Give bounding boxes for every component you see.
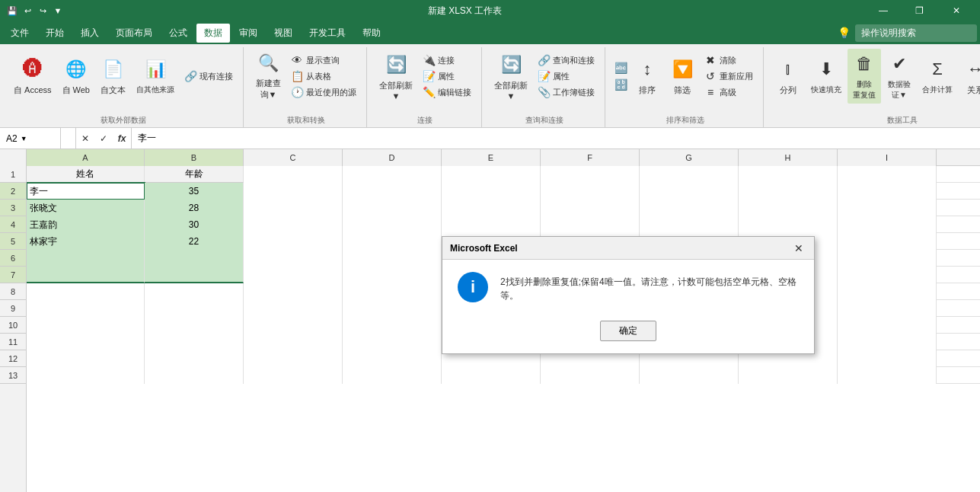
cell-i11[interactable] — [838, 334, 937, 350]
consolidate-button[interactable]: Σ 合并计算 — [918, 49, 957, 104]
row-header-6[interactable]: 6 — [0, 250, 26, 267]
save-icon[interactable]: 💾 — [6, 5, 18, 17]
cell-i8[interactable] — [838, 283, 937, 300]
sort-button[interactable]: ↕ 排序 — [630, 49, 664, 104]
confirm-formula-icon[interactable]: ✓ — [94, 128, 113, 149]
cell-d5[interactable] — [343, 233, 442, 250]
col-header-h[interactable]: H — [739, 149, 838, 166]
cell-i7[interactable] — [838, 267, 937, 283]
menu-insert[interactable]: 插入 — [73, 24, 107, 43]
cell-a11[interactable] — [27, 334, 145, 350]
cell-g1[interactable] — [640, 166, 739, 183]
edit-links-button[interactable]: ✏️ 编辑链接 — [419, 85, 475, 100]
flash-fill-button[interactable]: ⬇ 快速填充 — [806, 49, 846, 104]
cell-e4[interactable] — [442, 216, 541, 233]
minimize-button[interactable]: — — [866, 0, 901, 21]
cell-e13[interactable] — [442, 367, 541, 384]
menu-page-layout[interactable]: 页面布局 — [108, 24, 160, 43]
close-button[interactable]: ✕ — [939, 0, 974, 21]
cell-h1[interactable] — [739, 166, 838, 183]
col-header-i[interactable]: I — [838, 149, 937, 166]
cell-c10[interactable] — [244, 317, 343, 334]
cell-i3[interactable] — [838, 200, 937, 216]
cell-i10[interactable] — [838, 317, 937, 334]
filter-button[interactable]: 🔽 筛选 — [666, 49, 699, 104]
cell-c1[interactable] — [244, 166, 343, 183]
cell-b9[interactable] — [145, 300, 244, 317]
properties-button[interactable]: 📝 属性 — [419, 69, 475, 84]
menu-help[interactable]: 帮助 — [355, 24, 388, 43]
cell-d13[interactable] — [343, 367, 442, 384]
workbook-links-button[interactable]: 📎 工作簿链接 — [534, 85, 599, 100]
cell-i2[interactable] — [838, 183, 937, 200]
cell-a5[interactable]: 林家宇 — [27, 233, 145, 250]
cell-a12[interactable] — [27, 350, 145, 367]
cell-a6[interactable] — [27, 250, 145, 267]
cell-b7[interactable] — [145, 267, 244, 283]
cell-b12[interactable] — [145, 350, 244, 367]
cell-c5[interactable] — [244, 233, 343, 250]
cell-a10[interactable] — [27, 317, 145, 334]
cell-a8[interactable] — [27, 283, 145, 300]
col-header-d[interactable]: D — [343, 149, 442, 166]
cell-h4[interactable] — [739, 216, 838, 233]
cell-b11[interactable] — [145, 334, 244, 350]
search-input[interactable]: 操作说明搜索 — [855, 24, 977, 42]
text-button[interactable]: 📄 自文本 — [96, 49, 130, 104]
menu-home[interactable]: 开始 — [38, 24, 72, 43]
cell-d2[interactable] — [343, 183, 442, 200]
cell-i13[interactable] — [838, 367, 937, 384]
properties2-button[interactable]: 📝 属性 — [534, 69, 599, 84]
cell-f2[interactable] — [541, 183, 640, 200]
cell-a7[interactable] — [27, 267, 145, 283]
cell-b6[interactable] — [145, 250, 244, 267]
cell-g2[interactable] — [640, 183, 739, 200]
query-connections-button[interactable]: 🔗 查询和连接 — [534, 53, 599, 68]
cell-a2[interactable]: 李一 — [27, 183, 145, 200]
remove-duplicates-button[interactable]: 🗑 删除重复值 — [848, 49, 881, 104]
col-header-f[interactable]: F — [541, 149, 640, 166]
cell-f1[interactable] — [541, 166, 640, 183]
cell-c3[interactable] — [244, 200, 343, 216]
row-header-9[interactable]: 9 — [0, 300, 26, 317]
cell-b5[interactable]: 22 — [145, 233, 244, 250]
menu-developer[interactable]: 开发工具 — [302, 24, 353, 43]
cell-c2[interactable] — [244, 183, 343, 200]
cell-c9[interactable] — [244, 300, 343, 317]
web-button[interactable]: 🌐 自 Web — [58, 49, 94, 104]
cell-e1[interactable] — [442, 166, 541, 183]
row-header-10[interactable]: 10 — [0, 317, 26, 334]
dialog-close-button[interactable]: ✕ — [791, 241, 806, 256]
row-header-2[interactable]: 2 — [0, 183, 26, 200]
row-header-11[interactable]: 11 — [0, 334, 26, 350]
advanced-button[interactable]: ≡ 高级 — [701, 85, 757, 100]
cell-h13[interactable] — [739, 367, 838, 384]
existing-connections-button[interactable]: 🔗 现有连接 — [180, 69, 237, 84]
row-header-8[interactable]: 8 — [0, 283, 26, 300]
cell-a4[interactable]: 王嘉韵 — [27, 216, 145, 233]
cell-d4[interactable] — [343, 216, 442, 233]
cell-e2[interactable] — [442, 183, 541, 200]
cell-c11[interactable] — [244, 334, 343, 350]
from-table-button[interactable]: 📋 从表格 — [287, 69, 360, 84]
cell-c4[interactable] — [244, 216, 343, 233]
cell-a1[interactable]: 姓名 — [27, 166, 145, 183]
refresh-all2-button[interactable]: 🔄 全部刷新▼ — [490, 49, 532, 104]
cell-g4[interactable] — [640, 216, 739, 233]
cell-i6[interactable] — [838, 250, 937, 267]
cell-h2[interactable] — [739, 183, 838, 200]
cell-d7[interactable] — [343, 267, 442, 283]
cell-b4[interactable]: 30 — [145, 216, 244, 233]
cell-e3[interactable] — [442, 200, 541, 216]
row-header-12[interactable]: 12 — [0, 350, 26, 367]
function-icon[interactable]: fx — [113, 128, 131, 149]
name-box[interactable]: A2 ▼ — [0, 128, 61, 149]
menu-formula[interactable]: 公式 — [161, 24, 195, 43]
cell-d6[interactable] — [343, 250, 442, 267]
cell-b3[interactable]: 28 — [145, 200, 244, 216]
cell-c6[interactable] — [244, 250, 343, 267]
col-header-a[interactable]: A — [27, 149, 145, 166]
col-header-c[interactable]: C — [244, 149, 343, 166]
cell-a3[interactable]: 张晓文 — [27, 200, 145, 216]
row-header-4[interactable]: 4 — [0, 216, 26, 233]
